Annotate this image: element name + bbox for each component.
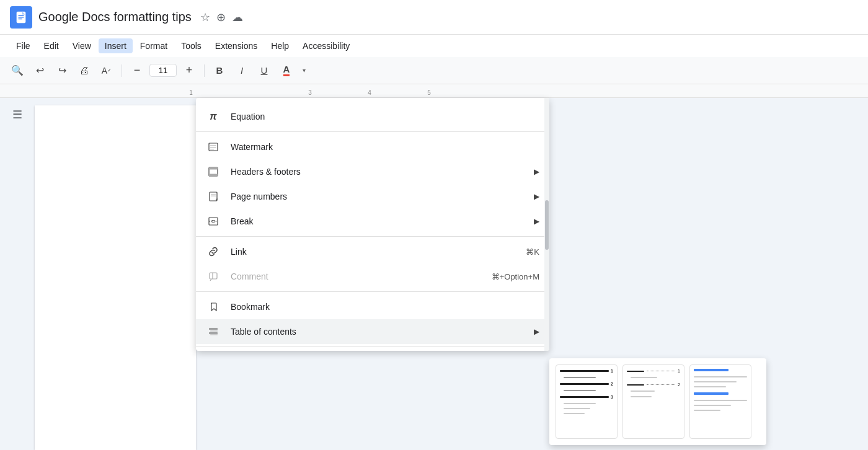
menu-item-watermark[interactable]: Watermark [196,135,549,159]
toc-label: Table of contents [231,327,524,337]
doc-area: ☰ π Equation Watermark [0,98,868,450]
folder-icon[interactable]: ⊕ [216,11,226,24]
break-icon [206,214,221,229]
list-icon[interactable]: ☰ [12,108,22,121]
svg-rect-6 [210,147,216,148]
font-size-up-button[interactable]: + [179,61,199,81]
svg-rect-3 [18,18,22,19]
toc-option-numbered[interactable]: 1 2 3 [556,364,618,439]
search-button[interactable]: 🔍 [7,61,27,81]
ruler-content: 1 2 3 4 5 [161,89,459,97]
menu-accessibility[interactable]: Accessibility [296,38,356,53]
app-icon [10,6,32,29]
link-shortcut: ⌘K [526,247,539,257]
svg-rect-9 [209,167,218,170]
svg-rect-22 [209,333,218,334]
menu-insert[interactable]: Insert [99,38,133,53]
cloud-icon[interactable]: ☁ [232,11,243,24]
menu-format[interactable]: Format [134,38,174,53]
menu-item-page-numbers[interactable]: # Page numbers ▶ [196,184,549,209]
svg-rect-13 [211,196,216,196]
svg-text:#: # [216,198,218,201]
menu-section-page: Watermark Headers & footers ▶ [196,132,549,237]
svg-rect-5 [210,145,216,146]
undo-button[interactable]: ↩ [30,61,50,81]
menu-item-comment: Comment ⌘+Option+M [196,264,549,289]
bookmark-icon [206,299,221,314]
scrollbar-thumb [545,200,549,250]
pi-icon: π [206,109,221,124]
toc-preview-blue [694,369,747,435]
print-button[interactable]: 🖨 [74,61,94,81]
title-bar: Google Docs formatting tips ☆ ⊕ ☁ [0,0,868,35]
docs-logo [14,11,28,24]
toc-preview-numbered: 1 2 3 [560,369,613,435]
ruler: 1 2 3 4 5 [0,84,868,98]
header-footer-icon [206,164,221,179]
page-numbers-label: Page numbers [231,192,524,201]
ruler-mark-3: 3 [280,89,340,96]
font-color-dropdown[interactable]: ▾ [299,61,309,81]
font-color-label: A [283,64,290,76]
doc-page [35,105,196,450]
menu-edit[interactable]: Edit [38,38,65,53]
toc-submenu: 1 2 3 [549,358,766,445]
underline-button[interactable]: U [254,61,274,81]
toc-option-blue[interactable] [689,364,751,439]
menu-item-equation[interactable]: π Equation [196,104,549,129]
break-label: Break [231,216,524,226]
insert-dropdown-menu: π Equation Watermark [196,98,549,351]
svg-rect-20 [209,329,218,330]
link-icon [206,244,221,259]
spellcheck-button[interactable]: A✓ [97,61,117,81]
menu-item-link[interactable]: Link ⌘K [196,239,549,264]
svg-rect-18 [210,273,217,279]
redo-button[interactable]: ↪ [52,61,72,81]
menu-item-bookmark[interactable]: Bookmark [196,294,549,319]
menu-bar: File Edit View Insert Format Tools Exten… [0,35,868,57]
menu-file[interactable]: File [10,38,37,53]
comment-label: Comment [231,271,482,281]
svg-rect-7 [210,149,214,150]
sidebar-icons: ☰ [0,98,35,450]
toc-icon [206,324,221,339]
ruler-mark-4: 4 [340,89,399,96]
toc-arrow: ▶ [534,327,539,336]
doc-title: Google Docs formatting tips [38,10,192,24]
bold-button[interactable]: B [210,61,229,81]
svg-rect-17 [212,221,215,223]
menu-help[interactable]: Help [265,38,295,53]
page-numbers-icon: # [206,189,221,204]
menu-item-toc[interactable]: Table of contents ▶ [196,319,549,344]
star-icon[interactable]: ☆ [200,11,210,24]
menu-section-toc: Bookmark Table of contents ▶ [196,292,549,347]
break-arrow: ▶ [534,217,539,226]
equation-label: Equation [231,112,539,121]
svg-rect-12 [211,194,216,195]
scrollbar[interactable] [544,98,549,351]
font-color-button[interactable]: A [277,61,296,81]
toolbar: 🔍 ↩ ↪ 🖨 A✓ − 11 + B I U A ▾ [0,57,868,84]
ruler-mark-5: 5 [399,89,459,96]
menu-view[interactable]: View [66,38,97,53]
watermark-icon [206,139,221,154]
headers-footers-arrow: ▶ [534,167,539,176]
menu-section-equation: π Equation [196,102,549,132]
menu-tools[interactable]: Tools [175,38,208,53]
svg-rect-10 [209,174,218,177]
toc-option-dotted[interactable]: 1 2 [622,364,684,439]
font-size-input[interactable]: 11 [149,64,177,77]
menu-section-link: Link ⌘K Comment ⌘+Option+M [196,237,549,292]
comment-shortcut: ⌘+Option+M [492,272,539,281]
watermark-label: Watermark [231,142,539,152]
menu-item-headers-footers[interactable]: Headers & footers ▶ [196,159,549,184]
headers-footers-label: Headers & footers [231,167,524,177]
menu-extensions[interactable]: Extensions [209,38,264,53]
menu-item-break[interactable]: Break ▶ [196,209,549,234]
separator-2 [204,64,205,77]
page-numbers-arrow: ▶ [534,192,539,201]
italic-button[interactable]: I [232,61,252,81]
bookmark-label: Bookmark [231,302,539,312]
font-size-down-button[interactable]: − [127,61,147,81]
link-label: Link [231,247,516,257]
